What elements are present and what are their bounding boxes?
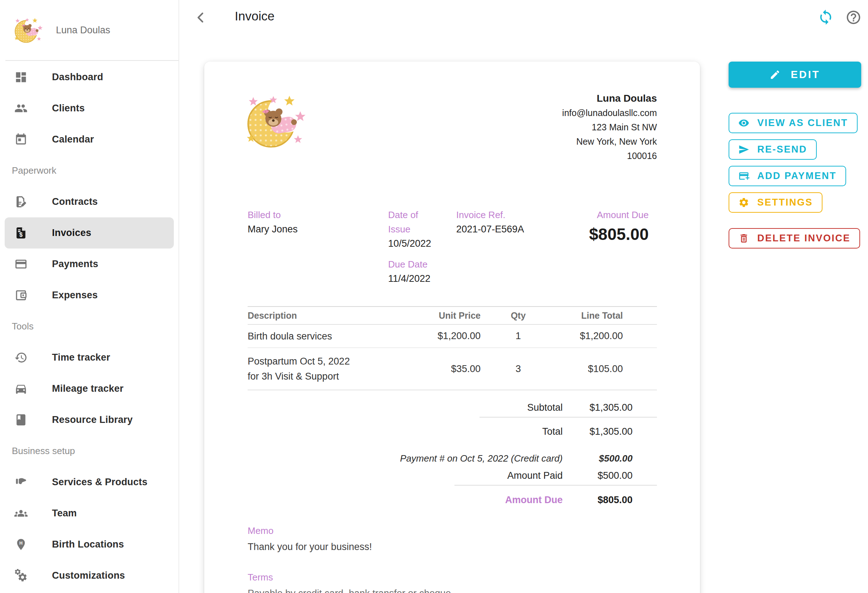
- calendar-icon: [13, 132, 28, 147]
- invoice-ref-block: Invoice Ref. 2021-07-E569A: [456, 208, 524, 236]
- sidebar-item-clients[interactable]: Clients: [0, 93, 179, 124]
- sidebar-item-dashboard[interactable]: Dashboard: [0, 62, 179, 93]
- sidebar-item-label: Expenses: [52, 290, 98, 301]
- sidebar-item-expenses[interactable]: Expenses: [0, 280, 179, 311]
- view-as-client-label: VIEW AS CLIENT: [757, 118, 848, 128]
- terms-block: Terms Payable by credit card, bank trans…: [248, 570, 451, 593]
- action-column: EDIT VIEW AS CLIENT RE-SEND ADD PAYMENT …: [729, 62, 862, 249]
- sync-button[interactable]: [818, 9, 834, 25]
- company-address-line2: New York, New York: [562, 134, 657, 149]
- sidebar-item-label: Mileage tracker: [52, 383, 124, 394]
- sidebar-item-birth-locations[interactable]: Birth Locations: [0, 529, 179, 560]
- sidebar-item-calendar[interactable]: Calendar: [0, 124, 179, 155]
- line-item-total: $105.00: [556, 363, 657, 375]
- location-pin-h-icon: [13, 537, 28, 552]
- billed-to-label: Billed to: [248, 208, 298, 222]
- sidebar-item-mileage-tracker[interactable]: Mileage tracker: [0, 373, 179, 404]
- sidebar-item-services-products[interactable]: Services & Products: [0, 466, 179, 498]
- gears-icon: [13, 569, 28, 583]
- table-row: Postpartum Oct 5, 2022 for 3h Visit & Su…: [248, 348, 657, 390]
- sidebar-item-label: Resource Library: [52, 414, 133, 425]
- sidebar-item-label: Team: [52, 508, 77, 519]
- amount-due-row: Amount Due $805.00: [248, 486, 657, 514]
- settings-label: SETTINGS: [757, 197, 813, 208]
- totals-section: Subtotal $1,305.00 Total $1,305.00 Payme…: [248, 398, 657, 514]
- add-payment-button[interactable]: ADD PAYMENT: [729, 166, 846, 186]
- company-name: Luna Doulas: [562, 91, 657, 106]
- col-header-description: Description: [248, 308, 427, 323]
- billed-to-block: Billed to Mary Jones: [248, 208, 298, 236]
- payment-label: Payment # on Oct 5, 2022 (Credit card): [400, 453, 562, 464]
- memo-label: Memo: [248, 524, 372, 538]
- sidebar-item-label: Customizations: [52, 570, 125, 581]
- sidebar-item-contracts[interactable]: Contracts: [0, 186, 179, 217]
- settings-button[interactable]: SETTINGS: [729, 192, 822, 213]
- col-header-qty: Qty: [481, 310, 556, 321]
- dates-block: Date of Issue 10/5/2022 Due Date 11/4/20…: [388, 208, 436, 286]
- delete-invoice-label: DELETE INVOICE: [757, 233, 850, 244]
- sync-icon: [818, 9, 834, 25]
- company-info: Luna Doulas info@lunadoulasllc.com 123 M…: [562, 91, 657, 163]
- sidebar-item-payments[interactable]: Payments: [0, 249, 179, 280]
- sidebar-item-resource-library[interactable]: Resource Library: [0, 404, 179, 436]
- amount-due-label: Amount Due: [589, 208, 649, 222]
- groups-icon: [13, 506, 28, 521]
- sidebar-item-label: Time tracker: [52, 352, 111, 363]
- back-button[interactable]: [193, 10, 208, 25]
- table-header-row: Description Unit Price Qty Line Total: [248, 307, 657, 325]
- resend-label: RE-SEND: [757, 144, 807, 155]
- memo-text: Thank you for your business!: [248, 540, 372, 553]
- sidebar-item-customizations[interactable]: Customizations: [0, 560, 179, 591]
- sidebar-item-label: Services & Products: [52, 477, 147, 488]
- edit-button[interactable]: EDIT: [729, 62, 861, 88]
- sidebar-item-label: Birth Locations: [52, 539, 124, 550]
- sidebar-item-label: Calendar: [52, 134, 94, 145]
- invoice-card: Luna Doulas info@lunadoulasllc.com 123 M…: [204, 62, 700, 593]
- amount-paid-value: $500.00: [562, 470, 633, 481]
- sidebar-section-tools: Tools: [0, 311, 179, 342]
- subtotal-value: $1,305.00: [562, 402, 633, 413]
- table-row: Birth doula services $1,200.00 1 $1,200.…: [248, 325, 657, 348]
- invoice-business-logo: [243, 93, 313, 150]
- send-icon: [738, 144, 749, 155]
- sleeping-bear-moon-logo: [13, 16, 46, 44]
- sidebar: Luna Doulas Dashboard Clients Calendar P…: [0, 0, 179, 593]
- sidebar-item-invoices[interactable]: Invoices: [4, 217, 174, 249]
- chevron-left-icon: [193, 10, 208, 25]
- help-button[interactable]: [846, 9, 862, 25]
- col-header-line-total: Line Total: [556, 310, 657, 321]
- subtotal-row: Subtotal $1,305.00: [248, 398, 657, 417]
- terms-text: Payable by credit card, bank transfer or…: [248, 587, 451, 593]
- car-icon: [13, 382, 28, 396]
- invoice-ref-value: 2021-07-E569A: [456, 222, 524, 236]
- amount-paid-label: Amount Paid: [507, 470, 562, 481]
- delete-invoice-button[interactable]: DELETE INVOICE: [729, 228, 860, 249]
- add-payment-label: ADD PAYMENT: [757, 171, 837, 181]
- total-row: Total $1,305.00: [248, 418, 657, 446]
- sidebar-item-label: Dashboard: [52, 72, 103, 83]
- payment-row: Payment # on Oct 5, 2022 (Credit card) $…: [248, 450, 657, 466]
- history-clock-icon: [13, 350, 28, 365]
- terms-label: Terms: [248, 570, 451, 584]
- dashboard-icon: [13, 70, 28, 84]
- total-label: Total: [542, 426, 562, 437]
- resend-button[interactable]: RE-SEND: [729, 139, 817, 160]
- memo-block: Memo Thank you for your business!: [248, 524, 372, 553]
- line-item-qty: 1: [481, 331, 556, 341]
- people-icon: [13, 102, 28, 116]
- line-item-total: $1,200.00: [556, 331, 657, 341]
- company-postal-code: 100016: [562, 149, 657, 163]
- view-as-client-button[interactable]: VIEW AS CLIENT: [729, 113, 858, 133]
- trash-icon: [738, 233, 749, 244]
- sidebar-item-time-tracker[interactable]: Time tracker: [0, 342, 179, 373]
- company-address-line1: 123 Main St NW: [562, 120, 657, 134]
- sidebar-item-label: Invoices: [52, 227, 92, 238]
- payment-value: $500.00: [562, 453, 633, 464]
- business-header: Luna Doulas: [0, 0, 179, 60]
- amount-paid-row: Amount Paid $500.00: [248, 466, 657, 485]
- add-card-icon: [738, 171, 749, 181]
- sidebar-item-team[interactable]: Team: [0, 498, 179, 529]
- date-of-issue-value: 10/5/2022: [388, 236, 436, 251]
- date-of-issue-label: Date of Issue: [388, 208, 436, 236]
- amount-due-summary: Amount Due $805.00: [589, 208, 649, 243]
